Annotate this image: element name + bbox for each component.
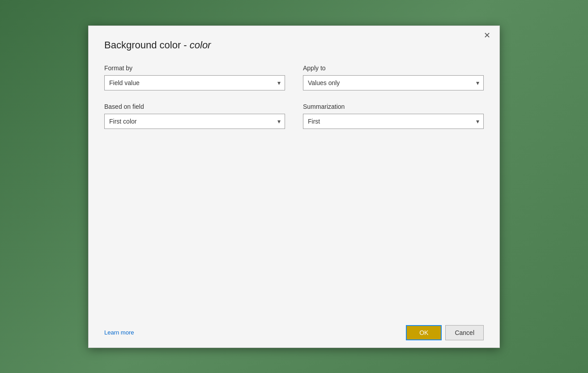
dialog-title: Background color - color <box>104 39 484 51</box>
apply-to-group: Apply to Values only Header and values T… <box>303 64 484 90</box>
form-row-2: Based on field First color Second color … <box>104 103 484 129</box>
summarization-select-wrapper: First Last Count Sum Average <box>303 114 484 129</box>
based-on-field-group: Based on field First color Second color … <box>104 103 285 129</box>
dialog-content: Background color - color Format by Field… <box>89 26 499 236</box>
format-by-group: Format by Field value Rules Gradient <box>104 64 285 90</box>
form-row-1: Format by Field value Rules Gradient App… <box>104 64 484 90</box>
background-color-dialog: ✕ Background color - color Format by Fie… <box>88 26 500 348</box>
based-on-field-select[interactable]: First color Second color Third color <box>104 114 285 129</box>
ok-button[interactable]: OK <box>406 325 442 340</box>
format-by-select[interactable]: Field value Rules Gradient <box>104 75 285 90</box>
summarization-select[interactable]: First Last Count Sum Average <box>303 114 484 129</box>
apply-to-select[interactable]: Values only Header and values Total only… <box>303 75 484 90</box>
apply-to-select-wrapper: Values only Header and values Total only… <box>303 75 484 90</box>
format-by-label: Format by <box>104 64 285 72</box>
format-by-select-wrapper: Field value Rules Gradient <box>104 75 285 90</box>
close-button[interactable]: ✕ <box>481 30 493 40</box>
based-on-field-label: Based on field <box>104 103 285 110</box>
cancel-button[interactable]: Cancel <box>445 325 484 340</box>
summarization-group: Summarization First Last Count Sum Avera… <box>303 103 484 129</box>
footer-buttons: OK Cancel <box>406 325 484 340</box>
learn-more-link[interactable]: Learn more <box>104 329 134 336</box>
dialog-footer: Learn more OK Cancel <box>89 318 499 347</box>
summarization-label: Summarization <box>303 103 484 110</box>
apply-to-label: Apply to <box>303 64 484 72</box>
based-on-field-select-wrapper: First color Second color Third color <box>104 114 285 129</box>
